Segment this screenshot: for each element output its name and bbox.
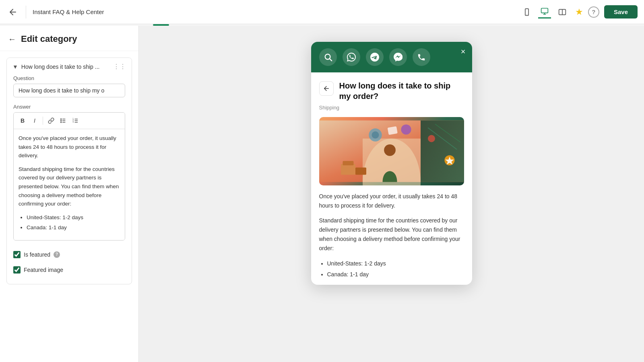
is-featured-row: Is featured ? <box>13 247 125 262</box>
split-view-button[interactable] <box>556 6 569 19</box>
answer-paragraph-2: Standard shipping time for the countries… <box>19 165 120 208</box>
svg-rect-22 <box>421 121 464 182</box>
left-panel: ← Edit category ▼ How long does it take … <box>0 26 139 362</box>
faq-item-card: ▼ How long does it take to ship ... ⋮⋮ Q… <box>6 58 132 284</box>
page-title: Edit category <box>21 34 77 44</box>
widget-answer-para2: Standard shipping time for the countries… <box>319 216 464 253</box>
svg-point-28 <box>384 144 396 156</box>
widget-question-title: How long does it take to ship my order? <box>339 80 464 101</box>
list-item: United-States: 1-2 days <box>327 259 464 268</box>
is-featured-checkbox[interactable] <box>13 251 21 258</box>
editor-toolbar: B I 1.2.3. <box>14 113 125 129</box>
italic-button[interactable]: I <box>29 115 40 126</box>
rich-text-editor: B I 1.2.3. <box>13 112 125 241</box>
widget-phone-button[interactable] <box>413 48 430 66</box>
widget-answer-list: United-States: 1-2 days Canada: 1-1 day <box>327 259 464 279</box>
featured-image-row: Featured image <box>13 262 125 278</box>
svg-rect-25 <box>341 164 355 175</box>
widget-search-button[interactable] <box>319 48 337 66</box>
topbar-device-icons <box>520 6 569 19</box>
svg-point-11 <box>61 120 62 121</box>
answer-list: United-States: 1-2 days Canada: 1-1 day <box>27 213 120 232</box>
list-item: Canada: 1-1 day <box>27 223 120 232</box>
svg-rect-33 <box>387 126 397 135</box>
topbar: Instant FAQ & Help Center ★ ? Save <box>0 0 644 24</box>
widget-body: How long does it take to ship my order? … <box>311 72 472 285</box>
page-header-back-button[interactable]: ← <box>8 35 16 44</box>
answer-field-group: Answer B I <box>13 104 125 241</box>
svg-point-12 <box>61 122 62 123</box>
svg-point-10 <box>61 119 62 119</box>
svg-text:3.: 3. <box>72 121 74 123</box>
widget-close-button[interactable]: × <box>461 47 466 56</box>
question-label: Question <box>13 75 125 81</box>
right-panel-preview: × How long does it take to ship my order… <box>139 26 644 362</box>
faq-item-title: How long does it take to ship ... <box>21 64 110 70</box>
widget-messenger-button[interactable] <box>389 48 407 66</box>
widget-category-label: Shipping <box>311 101 472 117</box>
faq-form-area: Question Answer B I <box>7 75 132 284</box>
topbar-back-button[interactable] <box>6 6 19 19</box>
mobile-view-button[interactable] <box>520 6 533 19</box>
svg-rect-2 <box>541 8 548 13</box>
desktop-view-button[interactable] <box>538 6 551 19</box>
main-layout: ← Edit category ▼ How long does it take … <box>0 26 644 362</box>
widget-whatsapp-button[interactable] <box>343 48 360 66</box>
answer-paragraph-1: Once you've placed your order, it usuall… <box>19 134 120 160</box>
is-featured-label: Is featured <box>24 251 50 258</box>
question-field-group: Question <box>13 75 125 97</box>
widget-telegram-button[interactable] <box>366 48 384 66</box>
bold-button[interactable]: B <box>17 115 28 126</box>
svg-point-30 <box>372 132 379 139</box>
svg-line-20 <box>330 59 332 61</box>
save-button[interactable]: Save <box>604 5 638 19</box>
svg-rect-27 <box>355 168 366 175</box>
widget-back-row: How long does it take to ship my order? <box>311 72 472 101</box>
widget-answer-content: Once you've placed your order, it usuall… <box>311 192 472 279</box>
widget-illustration <box>319 117 464 185</box>
star-icon[interactable]: ★ <box>575 7 583 17</box>
topbar-right-actions: ★ ? Save <box>575 5 638 19</box>
topbar-title: Instant FAQ & Help Center <box>33 8 514 15</box>
topbar-divider <box>26 6 26 19</box>
widget-header: × <box>311 42 472 72</box>
widget-popup: × How long does it take to ship my order… <box>311 42 472 285</box>
svg-rect-0 <box>525 8 528 15</box>
faq-item-header[interactable]: ▼ How long does it take to ship ... ⋮⋮ <box>7 58 132 75</box>
featured-image-label: Featured image <box>24 267 63 273</box>
faq-item-drag-handle[interactable]: ⋮⋮ <box>113 63 126 70</box>
question-input[interactable] <box>13 84 125 97</box>
link-button[interactable] <box>45 115 57 126</box>
page-header: ← Edit category <box>0 26 138 51</box>
is-featured-help-icon[interactable]: ? <box>54 251 60 258</box>
numbered-list-button[interactable]: 1.2.3. <box>70 115 81 126</box>
featured-image-checkbox[interactable] <box>13 266 21 274</box>
list-item: United-States: 1-2 days <box>27 213 120 222</box>
bullet-list-button[interactable] <box>58 115 69 126</box>
widget-answer-para1: Once you've placed your order, it usuall… <box>319 192 464 210</box>
svg-point-31 <box>401 124 411 134</box>
faq-item-chevron-icon: ▼ <box>12 64 18 70</box>
widget-back-button[interactable] <box>319 81 334 96</box>
help-icon[interactable]: ? <box>588 6 599 18</box>
editor-content-area[interactable]: Once you've placed your order, it usuall… <box>14 129 125 240</box>
list-item: Canada: 1-1 day <box>327 270 464 279</box>
svg-rect-26 <box>343 161 353 165</box>
answer-label: Answer <box>13 104 125 110</box>
toolbar-divider <box>43 117 43 125</box>
svg-point-32 <box>428 135 435 142</box>
